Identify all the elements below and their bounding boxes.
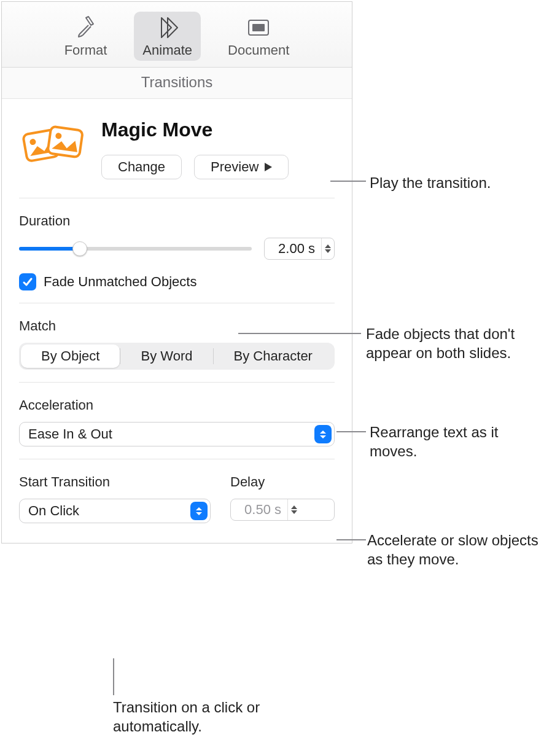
callout-accel: Accelerate or slow objects as they move. (367, 531, 551, 569)
animate-icon (154, 15, 181, 40)
popup-knob-icon (314, 425, 332, 443)
tab-document-label: Document (228, 42, 289, 58)
tab-format-label: Format (64, 42, 107, 58)
callout-start: Transition on a click or automatically. (113, 698, 297, 736)
match-segmented[interactable]: By Object By Word By Character (19, 343, 335, 370)
match-by-character[interactable]: By Character (214, 345, 333, 368)
svg-rect-1 (252, 24, 265, 31)
callout-lead (238, 333, 361, 334)
transition-header: Magic Move Change Preview (19, 116, 335, 198)
callout-fade: Fade objects that don't appear on both s… (366, 324, 550, 362)
callout-preview: Play the transition. (370, 173, 491, 192)
magic-move-icon (19, 116, 87, 173)
callout-match: Rearrange text as it moves. (370, 423, 529, 461)
tab-animate[interactable]: Animate (134, 12, 201, 61)
fade-unmatched-label: Fade Unmatched Objects (44, 274, 196, 290)
callout-lead (113, 658, 114, 695)
callout-lead (336, 431, 366, 432)
match-section: Match By Object By Word By Character (19, 303, 335, 383)
acceleration-label: Acceleration (19, 397, 335, 413)
start-section: Start Transition On Click Delay (19, 459, 335, 523)
delay-stepper[interactable] (230, 499, 335, 521)
slider-thumb[interactable] (72, 241, 87, 256)
start-transition-label: Start Transition (19, 474, 211, 490)
duration-step-up[interactable] (325, 244, 331, 248)
inspector-content: Magic Move Change Preview Duration (2, 99, 352, 543)
delay-step-up[interactable] (291, 505, 297, 509)
check-icon (22, 276, 33, 287)
acceleration-section: Acceleration Ease In & Out (19, 383, 335, 459)
tab-document[interactable]: Document (219, 12, 298, 61)
start-transition-value: On Click (28, 503, 79, 519)
change-button-label: Change (118, 159, 165, 175)
match-by-word[interactable]: By Word (120, 345, 212, 368)
change-button[interactable]: Change (101, 155, 182, 179)
transition-title: Magic Move (101, 119, 335, 141)
inspector-panel: Format Animate Document Transitions (1, 1, 352, 543)
duration-step-down[interactable] (325, 249, 331, 253)
section-header: Transitions (2, 68, 352, 99)
inspector-tabs: Format Animate Document (2, 2, 352, 68)
match-label: Match (19, 318, 335, 334)
acceleration-value: Ease In & Out (28, 426, 112, 442)
tab-format[interactable]: Format (56, 12, 116, 61)
match-by-object[interactable]: By Object (21, 345, 120, 368)
duration-stepper[interactable] (264, 238, 335, 260)
document-icon (245, 15, 272, 40)
fade-unmatched-row[interactable]: Fade Unmatched Objects (19, 273, 335, 290)
duration-label: Duration (19, 213, 335, 229)
preview-button[interactable]: Preview (194, 155, 289, 179)
format-icon (72, 15, 99, 40)
popup-knob-icon (190, 502, 208, 520)
acceleration-popup[interactable]: Ease In & Out (19, 422, 335, 446)
duration-section: Duration (19, 198, 335, 303)
delay-step-down[interactable] (291, 510, 297, 514)
tab-animate-label: Animate (142, 42, 192, 58)
callout-lead (330, 181, 366, 182)
preview-button-label: Preview (211, 159, 259, 175)
svg-rect-4 (47, 127, 83, 158)
delay-input[interactable] (231, 499, 287, 520)
duration-slider[interactable] (19, 240, 252, 258)
callout-lead (336, 539, 366, 540)
duration-input[interactable] (265, 238, 321, 259)
start-transition-popup[interactable]: On Click (19, 499, 211, 523)
fade-unmatched-checkbox[interactable] (19, 273, 36, 290)
delay-label: Delay (230, 474, 335, 490)
play-icon (265, 163, 272, 171)
